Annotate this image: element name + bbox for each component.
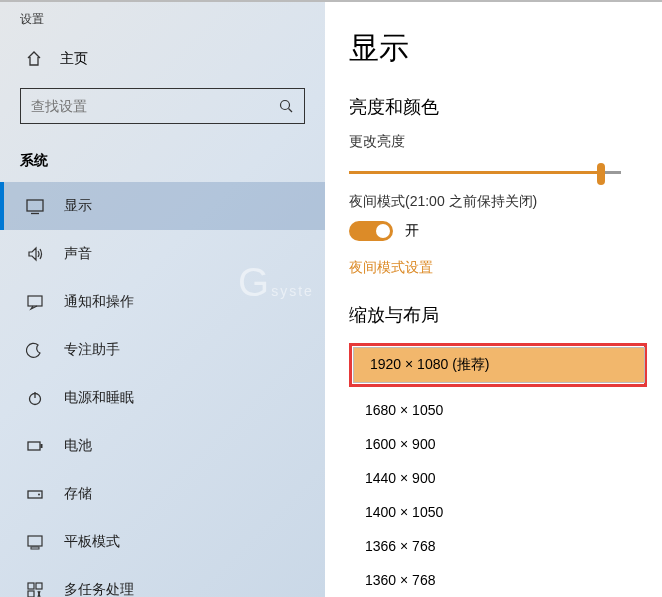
night-light-label: 夜间模式(21:00 之前保持关闭) [349,193,662,211]
nav-item-display[interactable]: 显示 [0,182,325,230]
svg-line-1 [289,109,293,113]
resolution-dropdown[interactable]: 1920 × 1080 (推荐) [354,348,644,382]
display-icon [26,197,44,215]
resolution-option[interactable]: 1360 × 768 [349,563,643,597]
svg-rect-4 [28,296,42,306]
nav-label: 声音 [64,245,92,263]
focus-icon [26,341,44,359]
multitask-icon [26,581,44,597]
home-label: 主页 [60,50,88,68]
home-button[interactable]: 主页 [0,32,325,80]
nav-item-power[interactable]: 电源和睡眠 [0,374,325,422]
night-light-toggle[interactable] [349,221,393,241]
brightness-label: 更改亮度 [349,133,662,151]
nav-label: 存储 [64,485,92,503]
nav-label: 通知和操作 [64,293,134,311]
notifications-icon [26,293,44,311]
toggle-state-label: 开 [405,222,419,240]
home-icon [26,51,42,67]
slider-track-rest [603,171,621,174]
resolution-option[interactable]: 1600 × 900 [349,427,643,461]
resolution-dropdown-highlight: 1920 × 1080 (推荐) [349,343,647,387]
resolution-option[interactable]: 1400 × 1050 [349,495,643,529]
section-brightness-color: 亮度和颜色 [349,95,662,119]
nav-label: 显示 [64,197,92,215]
window-title: 设置 [0,2,325,32]
slider-thumb[interactable] [597,163,605,185]
page-title: 显示 [349,28,662,69]
nav-label: 专注助手 [64,341,120,359]
svg-rect-8 [41,444,43,448]
slider-track-fill [349,171,603,174]
nav-item-sound[interactable]: 声音 [0,230,325,278]
tablet-icon [26,533,44,551]
nav-label: 电源和睡眠 [64,389,134,407]
nav-label: 多任务处理 [64,581,134,597]
svg-rect-2 [27,200,43,211]
resolution-option[interactable]: 1920 × 1080 (推荐) [354,348,644,382]
nav: 显示 声音 通知和操作 专注助手 电源和睡眠 电池 [0,182,325,597]
resolution-option[interactable]: 1366 × 768 [349,529,643,563]
night-light-settings-link[interactable]: 夜间模式设置 [349,259,662,277]
sidebar: 设置 主页 系统 显示 声音 通知和操作 [0,2,325,597]
nav-item-focus[interactable]: 专注助手 [0,326,325,374]
nav-item-multitask[interactable]: 多任务处理 [0,566,325,597]
section-scale-layout: 缩放与布局 [349,303,662,327]
resolution-option[interactable]: 1680 × 1050 [349,393,643,427]
resolution-options-list: 1680 × 1050 1600 × 900 1440 × 900 1400 ×… [349,393,643,597]
storage-icon [26,485,44,503]
nav-item-notifications[interactable]: 通知和操作 [0,278,325,326]
nav-label: 电池 [64,437,92,455]
category-label: 系统 [0,124,325,170]
svg-rect-7 [28,442,40,450]
nav-item-storage[interactable]: 存储 [0,470,325,518]
main-panel: 显示 亮度和颜色 更改亮度 夜间模式(21:00 之前保持关闭) 开 夜间模式设… [325,2,662,597]
resolution-option[interactable]: 1440 × 900 [349,461,643,495]
svg-point-0 [281,101,290,110]
power-icon [26,389,44,407]
search-field[interactable] [31,98,278,114]
nav-item-battery[interactable]: 电池 [0,422,325,470]
sound-icon [26,245,44,263]
search-input[interactable] [20,88,305,124]
svg-rect-11 [28,536,42,546]
nav-label: 平板模式 [64,533,120,551]
search-icon [278,98,294,114]
svg-rect-13 [28,583,34,589]
svg-point-10 [38,494,40,496]
svg-rect-14 [36,583,42,589]
svg-rect-15 [28,591,34,597]
nav-item-tablet[interactable]: 平板模式 [0,518,325,566]
brightness-slider[interactable] [349,161,624,173]
battery-icon [26,437,44,455]
svg-rect-12 [31,547,39,549]
